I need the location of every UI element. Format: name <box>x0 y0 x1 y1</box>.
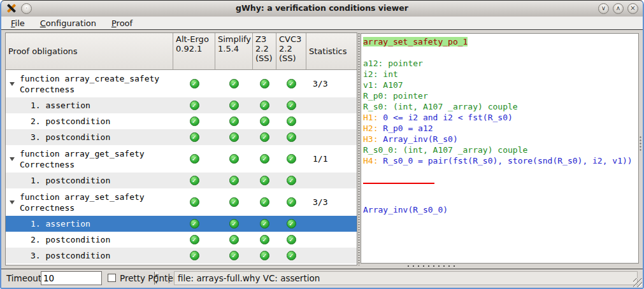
prover-result-cell <box>276 79 306 88</box>
proved-check-icon <box>287 132 296 142</box>
menu-bar: FileConfigurationProof <box>1 17 643 30</box>
timeout-spinbox[interactable]: ▲ ▼ <box>41 271 102 285</box>
proved-check-icon <box>190 101 199 110</box>
table-row[interactable]: function array_get_safety Correctness1/1 <box>6 145 357 173</box>
hypothesis-label: H3: <box>363 134 378 144</box>
column-header[interactable]: CVC3 2.2 (SS) <box>276 33 306 70</box>
statistics-cell: 3/3 <box>306 79 357 88</box>
row-label: 1. assertion <box>31 218 90 229</box>
row-label-cell: function array_set_safety Correctness <box>6 192 173 213</box>
expander-icon[interactable] <box>10 157 15 161</box>
column-header[interactable]: Alt-Ergo 0.92.1 <box>173 33 215 70</box>
expander-icon[interactable] <box>10 201 15 204</box>
prover-result-cell <box>173 154 215 164</box>
row-label: 3. postcondition <box>31 250 110 261</box>
right-splitter-handle[interactable] <box>639 136 642 152</box>
proved-check-icon <box>229 79 239 88</box>
column-header[interactable]: Z3 2.2 (SS) <box>253 33 276 70</box>
proved-check-icon <box>287 219 296 229</box>
row-label-cell: 2. postcondition <box>6 234 173 245</box>
column-header[interactable]: Simplify 1.5.4 <box>215 33 253 70</box>
vc-line: R_s0_0: (int, A107 _array) couple <box>363 144 636 155</box>
row-label-cell: 1. postcondition <box>6 175 173 186</box>
table-row[interactable]: function array_create_safety Correctness… <box>6 70 357 97</box>
pretty-printer-checkbox[interactable] <box>108 274 116 282</box>
menu-item-file[interactable]: File <box>11 18 25 28</box>
prover-result-cell <box>173 101 215 110</box>
proved-check-icon <box>190 116 199 126</box>
prover-result-cell <box>215 197 253 207</box>
proved-check-icon <box>190 79 199 88</box>
prover-result-cell <box>173 79 215 88</box>
prover-result-cell <box>173 176 215 185</box>
prover-result-cell <box>253 132 276 142</box>
table-row[interactable]: 3. postcondition <box>6 129 357 145</box>
vc-line: i2: int <box>363 69 636 80</box>
proved-check-icon <box>190 235 199 244</box>
row-label: function array_get_safety Correctness <box>20 148 145 170</box>
close-button[interactable]: × <box>627 3 638 14</box>
prover-result-cell <box>276 251 306 260</box>
proved-check-icon <box>287 116 296 126</box>
column-header[interactable]: Proof obligations <box>6 33 173 70</box>
table-row[interactable]: 1. assertion <box>6 216 357 232</box>
vc-line: array_set_safety_po_1 <box>363 36 636 47</box>
proved-check-icon <box>190 176 199 185</box>
vc-line: H3: Array_inv(R_s0) <box>363 134 636 144</box>
statistics-cell: 3/3 <box>306 197 357 207</box>
row-label: 1. postcondition <box>31 175 110 186</box>
prover-result-cell <box>276 219 306 229</box>
menu-item-configuration[interactable]: Configuration <box>40 18 96 28</box>
row-label-cell: function array_get_safety Correctness <box>6 148 173 170</box>
hypothesis-label: H4: <box>363 156 378 166</box>
prover-result-cell <box>276 116 306 126</box>
vc-line <box>363 194 636 204</box>
hypothesis-text: 0 <= i2 and i2 < fst(R_s0) <box>378 113 512 122</box>
vc-goal-formula: Array_inv(R_s0_0) <box>363 205 448 215</box>
table-row[interactable]: 2. postcondition <box>6 113 357 129</box>
gwhy-window: gWhy: a verification conditions viewer ·… <box>0 0 644 289</box>
proved-check-icon <box>190 251 199 260</box>
window-menu-button[interactable]: · <box>21 3 32 14</box>
vc-line <box>363 166 636 177</box>
vc-line: a12: pointer <box>363 58 636 69</box>
proved-check-icon <box>287 154 296 164</box>
proved-check-icon <box>229 176 239 185</box>
title-bar[interactable]: gWhy: a verification conditions viewer ·… <box>1 1 643 17</box>
prover-result-cell <box>276 176 306 185</box>
bottom-splitter-handle[interactable] <box>406 264 455 268</box>
prover-result-cell <box>173 116 215 126</box>
prover-result-cell <box>173 219 215 229</box>
prover-result-cell <box>253 197 276 207</box>
minimize-button[interactable]: ∨ <box>598 3 609 14</box>
statusbar-separator: | <box>168 272 171 283</box>
proof-obligations-panel: Proof obligationsAlt-Ergo 0.92.1Simplify… <box>5 32 357 265</box>
prover-result-cell <box>276 132 306 142</box>
proved-check-icon <box>260 176 269 185</box>
vc-line <box>363 47 636 58</box>
resize-grip[interactable] <box>633 278 642 287</box>
status-text-field: file: arrays-full.why VC: assertion <box>174 271 638 285</box>
proved-check-icon <box>190 219 199 229</box>
statistics-cell: 1/1 <box>306 154 357 164</box>
table-row[interactable]: 2. postcondition <box>6 232 357 248</box>
proved-check-icon <box>229 154 239 164</box>
expander-icon[interactable] <box>10 82 15 86</box>
table-row[interactable]: 3. postcondition <box>6 248 357 264</box>
prover-result-cell <box>253 176 276 185</box>
vc-declaration: i2: int <box>363 69 398 79</box>
table-row[interactable]: 1. postcondition <box>6 173 357 188</box>
maximize-button[interactable]: ∧ <box>613 3 624 14</box>
menu-item-proof[interactable]: Proof <box>111 18 132 28</box>
proved-check-icon <box>260 101 269 110</box>
proved-check-icon <box>229 235 239 244</box>
proved-check-icon <box>287 235 296 244</box>
table-row[interactable]: 1. assertion <box>6 97 357 113</box>
column-header[interactable]: Statistics <box>306 33 357 70</box>
prover-result-cell <box>215 79 253 88</box>
table-row[interactable]: function array_set_safety Correctness3/3 <box>6 188 357 216</box>
vc-line: Array_inv(R_s0_0) <box>363 204 636 215</box>
row-label-cell: 1. assertion <box>6 218 173 229</box>
proved-check-icon <box>229 219 239 229</box>
vc-line: R_p0: pointer <box>363 90 636 101</box>
